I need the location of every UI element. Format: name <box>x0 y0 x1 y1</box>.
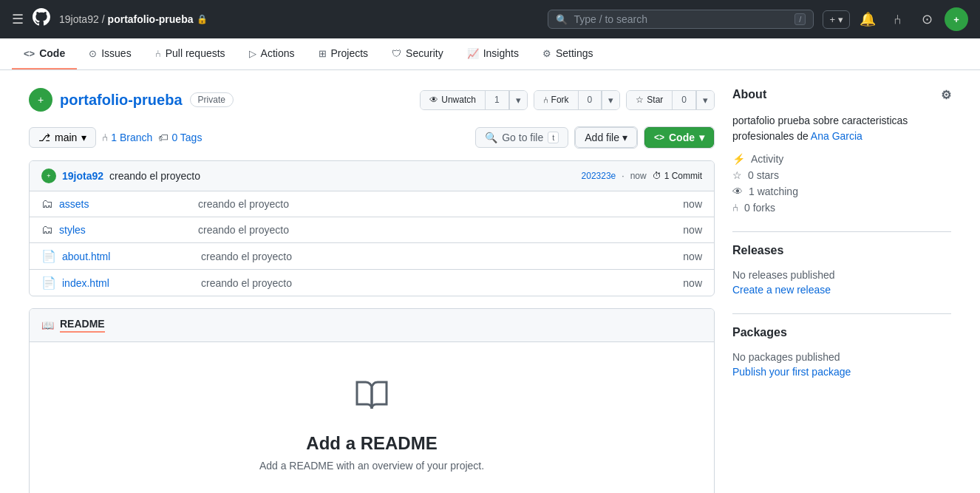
repo-navigation: <> Code ⊙ Issues ⑃ Pull requests ▷ Actio… <box>0 38 980 70</box>
fork-label: Fork <box>551 95 569 105</box>
file-time: now <box>683 198 702 210</box>
tab-actions-label: Actions <box>261 47 295 59</box>
code-button[interactable]: <> Code ▾ <box>644 127 714 148</box>
avatar[interactable]: + <box>945 7 968 31</box>
pull-requests-nav-icon[interactable]: ⑃ <box>885 7 909 31</box>
unwatch-label: Unwatch <box>441 95 476 105</box>
hamburger-icon[interactable]: ☰ <box>12 11 24 27</box>
commit-count-link[interactable]: ⏱ 1 Commit <box>653 171 702 181</box>
add-file-button[interactable]: Add file ▾ <box>575 127 637 148</box>
file-time: now <box>683 224 702 236</box>
file-commit-message: creando el proyecto <box>201 277 677 289</box>
fork-dropdown[interactable]: ▾ <box>602 91 619 109</box>
repo-name-link[interactable]: portafolio-prueba <box>108 13 194 25</box>
stars-label: 0 stars <box>748 169 779 181</box>
fork-icon: ⑃ <box>543 95 548 105</box>
code-dropdown-icon: ▾ <box>699 132 704 143</box>
visibility-badge: Private <box>190 92 234 107</box>
readme-tab-label[interactable]: README <box>60 318 105 333</box>
no-packages-text: No packages published <box>732 351 951 363</box>
github-logo[interactable] <box>33 8 50 30</box>
commit-user-link[interactable]: 19jota92 <box>62 170 103 182</box>
fork-count[interactable]: 0 <box>579 91 602 109</box>
file-name-link[interactable]: styles <box>59 224 192 236</box>
security-icon: 🛡 <box>392 48 401 59</box>
settings-icon: ⚙ <box>542 48 551 59</box>
about-settings-icon[interactable]: ⚙ <box>941 88 951 102</box>
tab-security[interactable]: 🛡 Security <box>380 38 455 69</box>
watching-label: 1 watching <box>749 186 798 197</box>
forks-link[interactable]: ⑃ 0 forks <box>732 202 951 214</box>
file-icon: 📄 <box>41 249 56 263</box>
star-dropdown[interactable]: ▾ <box>696 91 714 109</box>
branch-count-link[interactable]: ⑃ 1 Branch <box>102 132 152 143</box>
tab-insights[interactable]: 📈 Insights <box>455 38 531 69</box>
stars-icon: ☆ <box>732 169 742 181</box>
owner-link[interactable]: 19jota92 <box>59 13 99 25</box>
repo-breadcrumb: 19jota92 / portafolio-prueba 🔒 <box>59 13 208 25</box>
readme-heading: Add a README <box>59 433 684 454</box>
readme-large-icon <box>59 378 684 421</box>
path-separator: / <box>102 13 105 25</box>
tab-code[interactable]: <> Code <box>12 38 77 69</box>
watching-icon: 👁 <box>732 186 743 197</box>
file-rows-container: 🗂 assets creando el proyecto now 🗂 style… <box>30 191 714 296</box>
main-content: + portafolio-prueba Private 👁 Unwatch 1 … <box>17 70 963 493</box>
file-name-link[interactable]: index.html <box>62 277 195 289</box>
unwatch-button[interactable]: 👁 Unwatch <box>421 91 486 109</box>
tab-issues[interactable]: ⊙ Issues <box>77 38 143 69</box>
star-count[interactable]: 0 <box>673 91 696 109</box>
sidebar-divider-1 <box>732 231 951 232</box>
search-bar[interactable]: 🔍 Type / to search / <box>548 10 814 29</box>
tab-actions[interactable]: ▷ Actions <box>237 38 307 69</box>
file-commit-message: creando el proyecto <box>198 198 677 210</box>
tab-settings[interactable]: ⚙ Settings <box>531 38 605 69</box>
notifications-icon[interactable]: 🔔 <box>856 7 879 31</box>
tab-pr-label: Pull requests <box>166 47 225 59</box>
stars-link[interactable]: ☆ 0 stars <box>732 169 951 181</box>
star-icon: ☆ <box>636 95 644 105</box>
create-release-link[interactable]: Create a new release <box>732 284 951 296</box>
sidebar-divider-2 <box>732 313 951 314</box>
issues-icon: ⊙ <box>89 48 97 59</box>
watching-link[interactable]: 👁 1 watching <box>732 186 951 197</box>
activity-link[interactable]: ⚡ Activity <box>732 153 951 165</box>
releases-section: Releases No releases published Create a … <box>732 244 951 296</box>
table-row: 📄 index.html creando el proyecto now <box>30 270 714 296</box>
eye-icon: 👁 <box>429 95 438 105</box>
issues-nav-icon[interactable]: ⊙ <box>915 7 939 31</box>
unwatch-count-value: 1 <box>494 95 500 105</box>
unwatch-count[interactable]: 1 <box>486 91 509 109</box>
unwatch-group: 👁 Unwatch 1 ▾ <box>420 90 527 110</box>
commit-time-value: now <box>630 171 647 181</box>
fork-group: ⑃ Fork 0 ▾ <box>534 90 621 110</box>
commit-hash-link[interactable]: 202323e <box>582 171 616 181</box>
projects-icon: ⊞ <box>319 48 327 59</box>
add-file-label: Add file <box>585 132 619 143</box>
unwatch-dropdown[interactable]: ▾ <box>509 91 527 109</box>
repo-name[interactable]: portafolio-prueba <box>60 92 183 109</box>
releases-heading: Releases <box>732 244 951 263</box>
tab-security-label: Security <box>406 47 443 59</box>
tab-projects[interactable]: ⊞ Projects <box>307 38 381 69</box>
about-link[interactable]: Ana Garcia <box>811 130 862 142</box>
tab-pull-requests[interactable]: ⑃ Pull requests <box>143 38 237 69</box>
file-table: + 19jota92 creando el proyecto 202323e ·… <box>29 160 715 296</box>
chevron-down-icon: ▾ <box>838 14 843 25</box>
branch-selector[interactable]: ⎇ main ▾ <box>29 127 96 148</box>
create-button[interactable]: + ▾ <box>823 10 850 29</box>
file-name-link[interactable]: about.html <box>62 251 195 262</box>
go-to-file-button[interactable]: 🔍 Go to file t <box>475 127 568 148</box>
star-button[interactable]: ☆ Star <box>627 91 673 109</box>
tag-count-link[interactable]: 🏷 0 Tags <box>158 132 202 143</box>
file-name-link[interactable]: assets <box>59 198 192 210</box>
fork-button[interactable]: ⑃ Fork <box>534 91 579 109</box>
publish-package-link[interactable]: Publish your first package <box>732 366 951 378</box>
fork-count-value: 0 <box>588 95 593 105</box>
about-description: portafolio prueba sobre caracteristicasp… <box>732 113 951 144</box>
plus-icon: + <box>829 14 835 25</box>
commit-count-value: 1 Commit <box>664 171 702 181</box>
tab-insights-label: Insights <box>483 47 519 59</box>
branch-name: main <box>55 132 77 143</box>
tag-icon: 🏷 <box>158 132 169 143</box>
